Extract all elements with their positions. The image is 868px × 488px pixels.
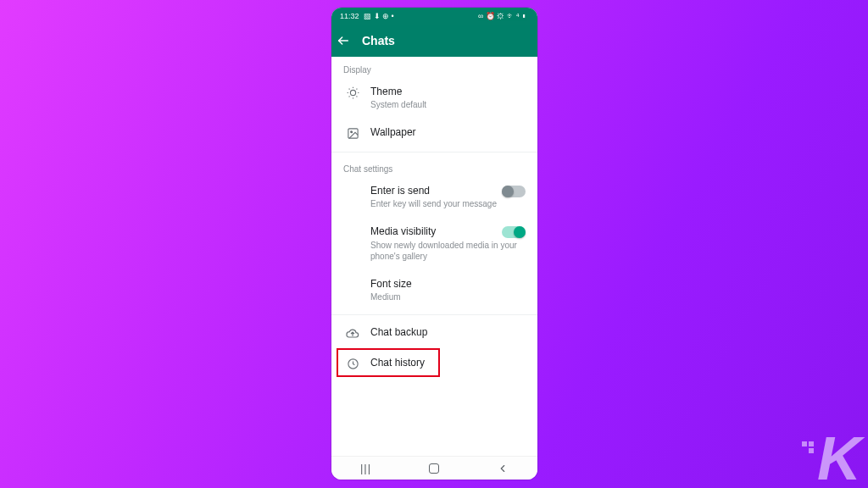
back-button[interactable] (337, 34, 360, 47)
nav-back-button[interactable] (497, 463, 509, 474)
status-left-icons: ▧ ⬇ ⊕ • (364, 12, 394, 20)
nav-home-button[interactable] (429, 463, 439, 474)
page-title: Chats (362, 34, 395, 47)
theme-icon (343, 86, 362, 99)
row-font-size[interactable]: Font size Medium (331, 270, 537, 311)
wallpaper-icon (343, 127, 362, 140)
row-chat-history[interactable]: Chat history (331, 349, 537, 379)
section-chatsettings-label: Chat settings (331, 156, 537, 177)
enter-is-send-subtitle: Enter key will send your message (370, 198, 526, 209)
app-bar: Chats (331, 25, 537, 57)
status-bar: 11:32 ▧ ⬇ ⊕ • ∞ ⏰ ⚙ ᯤ ⁴ ▮ (331, 8, 537, 25)
watermark: K (817, 435, 858, 484)
phone-frame: 11:32 ▧ ⬇ ⊕ • ∞ ⏰ ⚙ ᯤ ⁴ ▮ Chats Display … (331, 8, 537, 480)
nav-recent-button[interactable]: ||| (360, 462, 371, 474)
section-display-label: Display (331, 57, 537, 78)
status-right-icons: ∞ ⏰ ⚙ ᯤ ⁴ ▮ (478, 12, 526, 20)
chat-history-title: Chat history (370, 356, 526, 369)
android-navbar: ||| (331, 456, 537, 480)
chat-backup-title: Chat backup (370, 325, 526, 339)
row-wallpaper[interactable]: Wallpaper (331, 119, 537, 148)
row-media-visibility[interactable]: Media visibility Show newly downloaded m… (331, 218, 537, 269)
media-visibility-subtitle: Show newly downloaded media in your phon… (370, 240, 526, 262)
wallpaper-title: Wallpaper (370, 125, 526, 139)
status-time: 11:32 (340, 12, 359, 20)
theme-subtitle: System default (370, 99, 526, 110)
row-theme[interactable]: Theme System default (331, 78, 537, 119)
svg-point-1 (350, 90, 355, 95)
theme-title: Theme (370, 85, 526, 98)
row-chat-backup[interactable]: Chat backup (331, 319, 537, 349)
settings-content: Display Theme System default Wallpaper C… (331, 57, 537, 379)
row-enter-is-send[interactable]: Enter is send Enter key will send your m… (331, 177, 537, 218)
media-visibility-toggle[interactable] (502, 226, 526, 238)
divider (331, 152, 537, 152)
font-size-title: Font size (370, 277, 526, 291)
enter-is-send-toggle[interactable] (502, 186, 526, 197)
svg-point-3 (350, 131, 352, 133)
history-icon (343, 358, 362, 370)
font-size-subtitle: Medium (370, 291, 526, 302)
divider (331, 314, 537, 315)
cloud-upload-icon (343, 327, 362, 341)
